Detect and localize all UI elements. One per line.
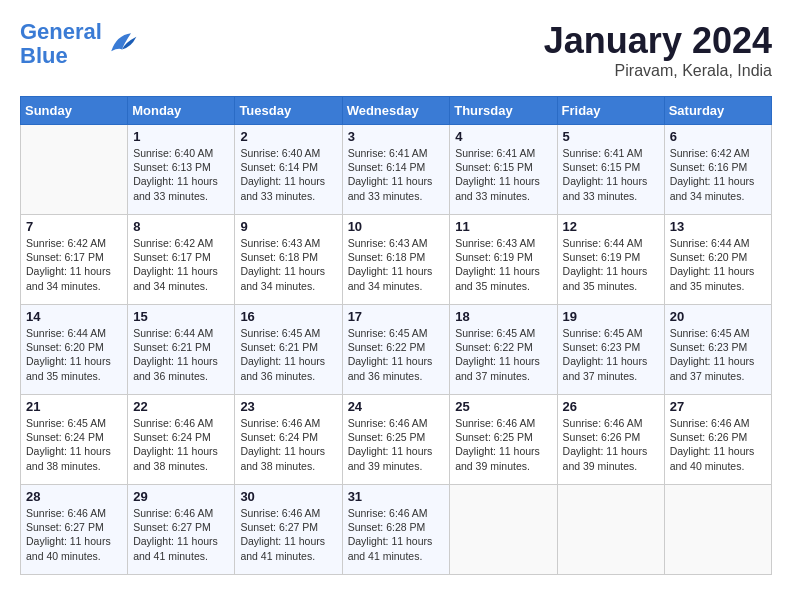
day-info: Sunrise: 6:43 AMSunset: 6:19 PMDaylight:… [455, 236, 551, 293]
day-number: 6 [670, 129, 766, 144]
calendar-cell: 21Sunrise: 6:45 AMSunset: 6:24 PMDayligh… [21, 395, 128, 485]
day-info: Sunrise: 6:44 AMSunset: 6:20 PMDaylight:… [26, 326, 122, 383]
day-info: Sunrise: 6:46 AMSunset: 6:27 PMDaylight:… [26, 506, 122, 563]
day-number: 1 [133, 129, 229, 144]
day-info: Sunrise: 6:46 AMSunset: 6:28 PMDaylight:… [348, 506, 445, 563]
day-number: 3 [348, 129, 445, 144]
calendar-cell: 1Sunrise: 6:40 AMSunset: 6:13 PMDaylight… [128, 125, 235, 215]
day-info: Sunrise: 6:45 AMSunset: 6:21 PMDaylight:… [240, 326, 336, 383]
weekday-header-tuesday: Tuesday [235, 97, 342, 125]
logo-text: General Blue [20, 19, 102, 68]
day-number: 17 [348, 309, 445, 324]
day-info: Sunrise: 6:45 AMSunset: 6:22 PMDaylight:… [348, 326, 445, 383]
day-info: Sunrise: 6:40 AMSunset: 6:13 PMDaylight:… [133, 146, 229, 203]
calendar-week-row: 28Sunrise: 6:46 AMSunset: 6:27 PMDayligh… [21, 485, 772, 575]
calendar-cell: 27Sunrise: 6:46 AMSunset: 6:26 PMDayligh… [664, 395, 771, 485]
calendar-cell: 13Sunrise: 6:44 AMSunset: 6:20 PMDayligh… [664, 215, 771, 305]
day-info: Sunrise: 6:46 AMSunset: 6:26 PMDaylight:… [670, 416, 766, 473]
calendar-cell: 15Sunrise: 6:44 AMSunset: 6:21 PMDayligh… [128, 305, 235, 395]
day-number: 9 [240, 219, 336, 234]
calendar-cell: 5Sunrise: 6:41 AMSunset: 6:15 PMDaylight… [557, 125, 664, 215]
calendar-cell: 18Sunrise: 6:45 AMSunset: 6:22 PMDayligh… [450, 305, 557, 395]
day-info: Sunrise: 6:46 AMSunset: 6:25 PMDaylight:… [455, 416, 551, 473]
calendar-cell: 6Sunrise: 6:42 AMSunset: 6:16 PMDaylight… [664, 125, 771, 215]
day-info: Sunrise: 6:44 AMSunset: 6:19 PMDaylight:… [563, 236, 659, 293]
title-block: January 2024 Piravam, Kerala, India [544, 20, 772, 80]
main-title: January 2024 [544, 20, 772, 62]
calendar-cell: 10Sunrise: 6:43 AMSunset: 6:18 PMDayligh… [342, 215, 450, 305]
calendar-cell [21, 125, 128, 215]
day-info: Sunrise: 6:45 AMSunset: 6:24 PMDaylight:… [26, 416, 122, 473]
day-info: Sunrise: 6:46 AMSunset: 6:25 PMDaylight:… [348, 416, 445, 473]
calendar-cell: 4Sunrise: 6:41 AMSunset: 6:15 PMDaylight… [450, 125, 557, 215]
calendar-cell: 29Sunrise: 6:46 AMSunset: 6:27 PMDayligh… [128, 485, 235, 575]
calendar-cell [664, 485, 771, 575]
day-number: 19 [563, 309, 659, 324]
calendar-cell: 2Sunrise: 6:40 AMSunset: 6:14 PMDaylight… [235, 125, 342, 215]
calendar-cell: 20Sunrise: 6:45 AMSunset: 6:23 PMDayligh… [664, 305, 771, 395]
calendar-cell: 25Sunrise: 6:46 AMSunset: 6:25 PMDayligh… [450, 395, 557, 485]
day-info: Sunrise: 6:46 AMSunset: 6:24 PMDaylight:… [133, 416, 229, 473]
calendar-week-row: 14Sunrise: 6:44 AMSunset: 6:20 PMDayligh… [21, 305, 772, 395]
day-number: 7 [26, 219, 122, 234]
logo-bird-icon [104, 26, 140, 62]
calendar-cell: 12Sunrise: 6:44 AMSunset: 6:19 PMDayligh… [557, 215, 664, 305]
calendar-week-row: 21Sunrise: 6:45 AMSunset: 6:24 PMDayligh… [21, 395, 772, 485]
day-number: 2 [240, 129, 336, 144]
calendar-week-row: 1Sunrise: 6:40 AMSunset: 6:13 PMDaylight… [21, 125, 772, 215]
day-info: Sunrise: 6:44 AMSunset: 6:21 PMDaylight:… [133, 326, 229, 383]
calendar-cell: 8Sunrise: 6:42 AMSunset: 6:17 PMDaylight… [128, 215, 235, 305]
day-number: 10 [348, 219, 445, 234]
day-number: 30 [240, 489, 336, 504]
calendar-cell: 30Sunrise: 6:46 AMSunset: 6:27 PMDayligh… [235, 485, 342, 575]
weekday-header-saturday: Saturday [664, 97, 771, 125]
day-info: Sunrise: 6:40 AMSunset: 6:14 PMDaylight:… [240, 146, 336, 203]
day-info: Sunrise: 6:46 AMSunset: 6:27 PMDaylight:… [133, 506, 229, 563]
weekday-header-row: SundayMondayTuesdayWednesdayThursdayFrid… [21, 97, 772, 125]
day-info: Sunrise: 6:43 AMSunset: 6:18 PMDaylight:… [348, 236, 445, 293]
calendar-cell: 19Sunrise: 6:45 AMSunset: 6:23 PMDayligh… [557, 305, 664, 395]
day-number: 27 [670, 399, 766, 414]
day-info: Sunrise: 6:42 AMSunset: 6:17 PMDaylight:… [26, 236, 122, 293]
day-number: 25 [455, 399, 551, 414]
day-info: Sunrise: 6:43 AMSunset: 6:18 PMDaylight:… [240, 236, 336, 293]
day-number: 8 [133, 219, 229, 234]
calendar-cell: 11Sunrise: 6:43 AMSunset: 6:19 PMDayligh… [450, 215, 557, 305]
day-info: Sunrise: 6:45 AMSunset: 6:23 PMDaylight:… [670, 326, 766, 383]
day-info: Sunrise: 6:46 AMSunset: 6:27 PMDaylight:… [240, 506, 336, 563]
calendar-cell: 9Sunrise: 6:43 AMSunset: 6:18 PMDaylight… [235, 215, 342, 305]
calendar-cell: 31Sunrise: 6:46 AMSunset: 6:28 PMDayligh… [342, 485, 450, 575]
day-number: 18 [455, 309, 551, 324]
calendar-cell [450, 485, 557, 575]
day-info: Sunrise: 6:41 AMSunset: 6:15 PMDaylight:… [563, 146, 659, 203]
day-number: 4 [455, 129, 551, 144]
calendar-cell [557, 485, 664, 575]
day-number: 21 [26, 399, 122, 414]
calendar-cell: 3Sunrise: 6:41 AMSunset: 6:14 PMDaylight… [342, 125, 450, 215]
calendar-cell: 7Sunrise: 6:42 AMSunset: 6:17 PMDaylight… [21, 215, 128, 305]
day-info: Sunrise: 6:46 AMSunset: 6:24 PMDaylight:… [240, 416, 336, 473]
calendar-cell: 16Sunrise: 6:45 AMSunset: 6:21 PMDayligh… [235, 305, 342, 395]
day-info: Sunrise: 6:42 AMSunset: 6:17 PMDaylight:… [133, 236, 229, 293]
day-info: Sunrise: 6:41 AMSunset: 6:15 PMDaylight:… [455, 146, 551, 203]
day-number: 24 [348, 399, 445, 414]
day-info: Sunrise: 6:46 AMSunset: 6:26 PMDaylight:… [563, 416, 659, 473]
calendar-cell: 14Sunrise: 6:44 AMSunset: 6:20 PMDayligh… [21, 305, 128, 395]
day-info: Sunrise: 6:45 AMSunset: 6:23 PMDaylight:… [563, 326, 659, 383]
day-number: 16 [240, 309, 336, 324]
day-number: 20 [670, 309, 766, 324]
day-number: 31 [348, 489, 445, 504]
calendar-week-row: 7Sunrise: 6:42 AMSunset: 6:17 PMDaylight… [21, 215, 772, 305]
logo-general: General [20, 19, 102, 44]
day-info: Sunrise: 6:41 AMSunset: 6:14 PMDaylight:… [348, 146, 445, 203]
day-number: 11 [455, 219, 551, 234]
weekday-header-thursday: Thursday [450, 97, 557, 125]
day-info: Sunrise: 6:45 AMSunset: 6:22 PMDaylight:… [455, 326, 551, 383]
day-number: 26 [563, 399, 659, 414]
page-header: General Blue January 2024 Piravam, Keral… [20, 20, 772, 80]
day-number: 15 [133, 309, 229, 324]
calendar-cell: 22Sunrise: 6:46 AMSunset: 6:24 PMDayligh… [128, 395, 235, 485]
weekday-header-sunday: Sunday [21, 97, 128, 125]
calendar-table: SundayMondayTuesdayWednesdayThursdayFrid… [20, 96, 772, 575]
calendar-cell: 17Sunrise: 6:45 AMSunset: 6:22 PMDayligh… [342, 305, 450, 395]
